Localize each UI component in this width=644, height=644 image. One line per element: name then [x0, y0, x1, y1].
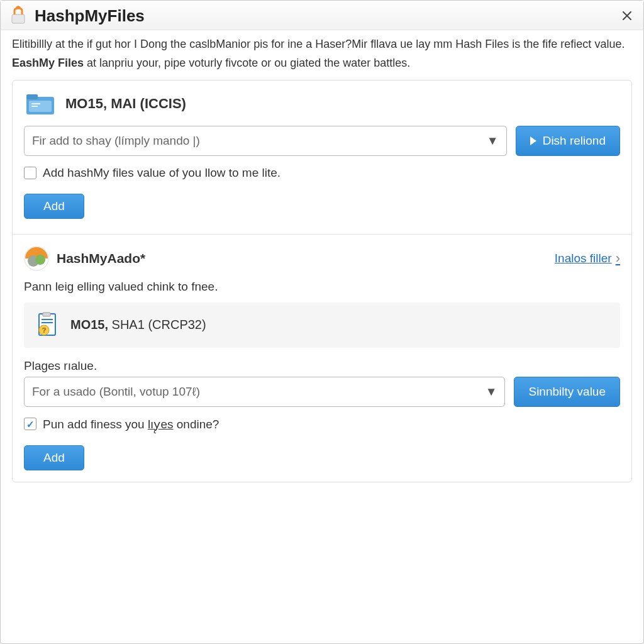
app-icon — [8, 6, 28, 26]
section2-field-label: Plages rıalue. — [24, 359, 620, 373]
chevron-right-icon: › — [616, 250, 620, 267]
window-title: HashpMyFiles — [35, 6, 618, 26]
section2-add-button[interactable]: Add — [24, 445, 84, 470]
close-button[interactable] — [618, 7, 636, 25]
section1-header: MO15, MAI (ICCIS) — [24, 91, 620, 117]
section1-add-button[interactable]: Add — [24, 194, 84, 219]
intro-rest: at lanpriu your, pipe voturly fivcote or… — [84, 57, 410, 69]
section1-add-label: Add — [43, 199, 65, 213]
section1-action-button[interactable]: Dish reliond — [516, 126, 620, 156]
svg-rect-11 — [42, 319, 53, 320]
folder-icon — [24, 91, 57, 117]
section2-title: HashMyAado* — [57, 251, 145, 266]
main-panel: MO15, MAI (ICCIS) Fir add to shay (límpl… — [12, 80, 632, 482]
svg-rect-5 — [31, 106, 38, 107]
chevron-down-icon: ▼ — [486, 385, 497, 399]
svg-rect-12 — [42, 322, 53, 323]
section2-header: HashMyAado* Inalos filler › — [24, 246, 620, 271]
section2-checkbox-row: Pun add finess you lıy̨es ondine? — [24, 417, 620, 431]
svg-text:?: ? — [42, 326, 47, 334]
play-icon — [530, 136, 536, 145]
section2-link[interactable]: Inalos filler › — [555, 250, 620, 267]
titlebar: HashpMyFiles — [1, 1, 643, 30]
section2-hash-rest: SHA1 (CRCP32) — [108, 318, 206, 331]
section2-action-label: Sinnbilty value — [528, 385, 606, 399]
section2-desc: Pann leig elling valued chink to fnee. — [24, 280, 620, 294]
section2-header-left: HashMyAado* — [24, 246, 145, 271]
section2-combo[interactable]: For a usado (Bontil, votup 107ℓ) ▼ — [24, 377, 505, 407]
content-area: Elitibillly at the if gut hor I Dong the… — [1, 30, 643, 643]
svg-rect-4 — [31, 103, 40, 104]
app-window: HashpMyFiles Elitibillly at the if gut h… — [0, 0, 644, 644]
section-divider — [13, 234, 631, 235]
section2-action-button[interactable]: Sinnbilty value — [514, 377, 620, 407]
section2-checkbox[interactable] — [24, 418, 36, 430]
section1-action-label: Dish reliond — [543, 134, 606, 148]
section1-checkbox-label: Add hashMy files value of you llow to me… — [43, 166, 280, 180]
intro-text-2: EashMy Files at lanpriu your, pipe votur… — [12, 55, 632, 70]
avatar-icon — [24, 246, 49, 271]
close-icon — [623, 11, 631, 20]
svg-rect-0 — [12, 14, 25, 23]
section1-input-row: Fir add to shay (límply mando |) ▼ Dish … — [24, 126, 620, 156]
section1-combo[interactable]: Fir add to shay (límply mando |) ▼ — [24, 126, 507, 156]
section1-checkbox-row: Add hashMy files value of you llow to me… — [24, 166, 620, 180]
section2-add-label: Add — [43, 451, 65, 464]
section2-link-label: Inalos filler — [555, 252, 612, 265]
section1-combo-text: Fir add to shay (límply mando |) — [32, 134, 200, 148]
section1-title: MO15, MAI (ICCIS) — [65, 96, 186, 112]
chevron-down-icon: ▼ — [487, 134, 499, 148]
svg-point-8 — [35, 255, 45, 265]
section2-hash-bold: MO15, — [70, 318, 108, 331]
intro-text-1: Elitibillly at the if gut hor I Dong the… — [12, 36, 632, 52]
section2-input-row: For a usado (Bontil, votup 107ℓ) ▼ Sinnb… — [24, 377, 620, 407]
section2-checkbox-label: Pun add finess you lıy̨es ondine? — [43, 417, 219, 431]
document-icon: ? — [34, 311, 62, 339]
section1-checkbox[interactable] — [24, 167, 36, 179]
svg-rect-2 — [26, 94, 38, 99]
section2-hash-label: MO15, SHA1 (CRCP32) — [70, 318, 206, 332]
svg-rect-10 — [43, 313, 50, 316]
section2-hash-box: ? MO15, SHA1 (CRCP32) — [24, 303, 620, 348]
section2-combo-text: For a usado (Bontil, votup 107ℓ) — [32, 385, 200, 399]
intro-bold: EashMy Files — [12, 57, 84, 69]
